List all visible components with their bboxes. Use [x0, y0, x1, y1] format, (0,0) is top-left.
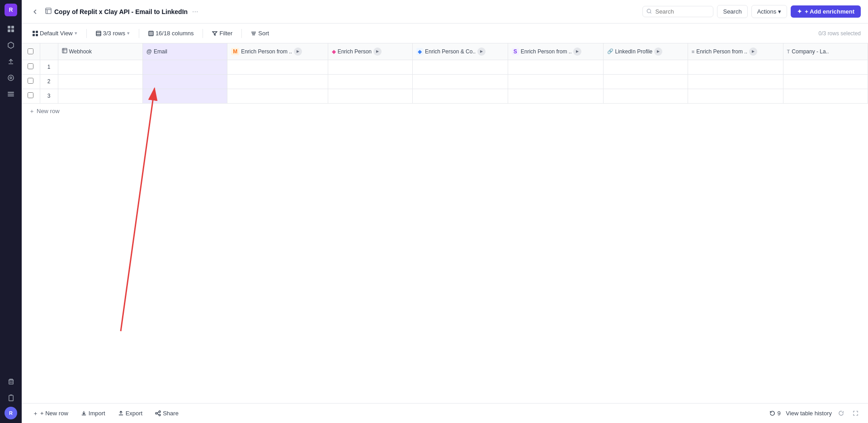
new-row-button[interactable]: ＋ Sort New row: [22, 104, 67, 119]
row-2-company: [783, 74, 868, 89]
rows-selector[interactable]: 3/3 rows ▾: [92, 28, 133, 38]
row-3-enrich4: [508, 89, 603, 103]
col-header-email[interactable]: @ Email: [142, 43, 227, 60]
col-play-enrich3[interactable]: ▶: [477, 48, 486, 56]
columns-selector[interactable]: 16/18 columns: [145, 28, 198, 38]
import-button[interactable]: Import: [77, 408, 109, 418]
row-1-enrich2: [328, 60, 412, 74]
expand-button[interactable]: [850, 408, 861, 419]
new-row-bottom-button[interactable]: ＋ + New row: [29, 408, 72, 419]
title-area: Copy of Replit x Clay API - Email to Lin…: [45, 7, 639, 17]
main-content: Copy of Replit x Clay API - Email to Lin…: [22, 0, 868, 423]
sidebar-icon-list[interactable]: [4, 87, 18, 101]
svg-rect-15: [36, 31, 38, 33]
sidebar-icon-grid[interactable]: [4, 22, 18, 36]
sidebar-icon-circle[interactable]: [4, 71, 18, 85]
bottombar: ＋ + New row Import Export Share 9 View t: [22, 403, 868, 423]
chevron-icon: ▾: [75, 30, 77, 36]
sidebar-icon-clipboard[interactable]: [4, 390, 18, 405]
col-header-enrich3[interactable]: ◆ Enrich Person & Co.. ▶: [413, 43, 508, 60]
sidebar-icon-hex[interactable]: [4, 38, 18, 52]
table-icon: [45, 8, 52, 15]
select-all-checkbox[interactable]: [28, 48, 33, 54]
sort-button[interactable]: Sort: [247, 28, 273, 38]
svg-rect-11: [9, 395, 13, 400]
svg-point-23: [159, 411, 161, 413]
col-header-enrich4[interactable]: S Enrich Person from .. ▶: [508, 43, 603, 60]
col-header-enrich1[interactable]: M Enrich Person from .. ▶: [227, 43, 328, 60]
columns-icon: [148, 31, 154, 36]
table-area[interactable]: Webhook @ Email M Enrich Person from ..: [22, 43, 868, 403]
view-selector[interactable]: Default View ▾: [29, 28, 81, 38]
row-1-enrich4: [508, 60, 603, 74]
search-input[interactable]: [655, 8, 709, 15]
col-play-enrich4[interactable]: ▶: [573, 48, 581, 56]
company-icon: T: [787, 49, 790, 54]
col-play-enrich2[interactable]: ▶: [373, 48, 382, 56]
col-header-webhook[interactable]: Webhook: [58, 43, 142, 60]
row-2-enrich5: [688, 74, 783, 89]
col-header-enrich2[interactable]: ◆ Enrich Person ▶: [328, 43, 412, 60]
col-header-enrich5[interactable]: ≡ Enrich Person from .. ▶: [688, 43, 783, 60]
col-play-enrich5[interactable]: ▶: [749, 48, 757, 56]
sidebar-icon-upload[interactable]: [4, 54, 18, 69]
back-button[interactable]: [29, 5, 42, 18]
search-box[interactable]: [642, 6, 713, 17]
col-play-enrich1[interactable]: ▶: [294, 48, 302, 56]
toolbar-divider-4: [241, 29, 242, 38]
row-1-email: [142, 60, 227, 74]
col-label-enrich2: Enrich Person: [338, 48, 372, 55]
export-button[interactable]: Export: [114, 408, 146, 418]
sidebar-user-icon[interactable]: R: [5, 407, 17, 419]
svg-rect-2: [8, 29, 10, 32]
add-enrichment-button[interactable]: ✦ + Add enrichment: [791, 5, 861, 18]
table-row: 2: [22, 74, 868, 89]
rows-selected-count: 0/3 rows selected: [819, 30, 861, 37]
col-header-linkedin[interactable]: 🔗 LinkedIn Profile ▶: [603, 43, 688, 60]
table-row: 3: [22, 89, 868, 103]
search-button[interactable]: Search: [717, 5, 747, 18]
col-header-company[interactable]: T Company - La..: [783, 43, 868, 60]
col-play-linkedin[interactable]: ▶: [654, 48, 662, 56]
enrich1-icon: M: [231, 48, 239, 55]
svg-rect-12: [46, 8, 51, 14]
row-2-enrich2: [328, 74, 412, 89]
row-1-enrich5: [688, 60, 783, 74]
row-1-enrich3: [413, 60, 508, 74]
share-button[interactable]: Share: [151, 408, 182, 418]
webhook-col-icon: [62, 48, 67, 55]
refresh-button[interactable]: [835, 408, 846, 419]
bottombar-right: 9 View table history: [769, 408, 861, 419]
svg-rect-20: [62, 48, 67, 53]
svg-point-25: [159, 414, 161, 416]
row-checkbox-3[interactable]: [22, 89, 40, 103]
row-1-company: [783, 60, 868, 74]
row-3-enrich3: [413, 89, 508, 103]
user-avatar[interactable]: R: [5, 4, 17, 16]
row-checkbox-2[interactable]: [22, 74, 40, 89]
plus-icon: ＋: [29, 107, 35, 115]
view-history-button[interactable]: 9 View table history: [769, 410, 832, 417]
topbar-right: Search Actions ▾ ✦ + Add enrichment: [642, 5, 861, 18]
history-icon: [769, 410, 775, 416]
row-num-header: [40, 43, 58, 60]
page-title: Copy of Replit x Clay API - Email to Lin…: [54, 8, 188, 15]
row-2-enrich1: [227, 74, 328, 89]
row-checkbox-1[interactable]: [22, 60, 40, 74]
filter-icon: [212, 31, 217, 36]
svg-line-21: [121, 88, 155, 331]
svg-rect-17: [36, 34, 38, 36]
toolbar: Default View ▾ 3/3 rows ▾ 16/18 columns …: [22, 24, 868, 43]
actions-button[interactable]: Actions ▾: [751, 5, 788, 18]
view-icon: [33, 31, 38, 36]
checkbox-header[interactable]: [22, 43, 40, 60]
svg-rect-18: [96, 31, 101, 36]
row-num-3: 3: [40, 89, 58, 103]
col-label-enrich1: Enrich Person from ..: [241, 48, 292, 55]
more-button[interactable]: ···: [190, 7, 200, 17]
row-3-webhook: [58, 89, 142, 103]
svg-rect-3: [11, 29, 14, 32]
filter-button[interactable]: Filter: [208, 28, 236, 38]
svg-rect-0: [8, 26, 10, 29]
sidebar-icon-trash[interactable]: [4, 374, 18, 389]
